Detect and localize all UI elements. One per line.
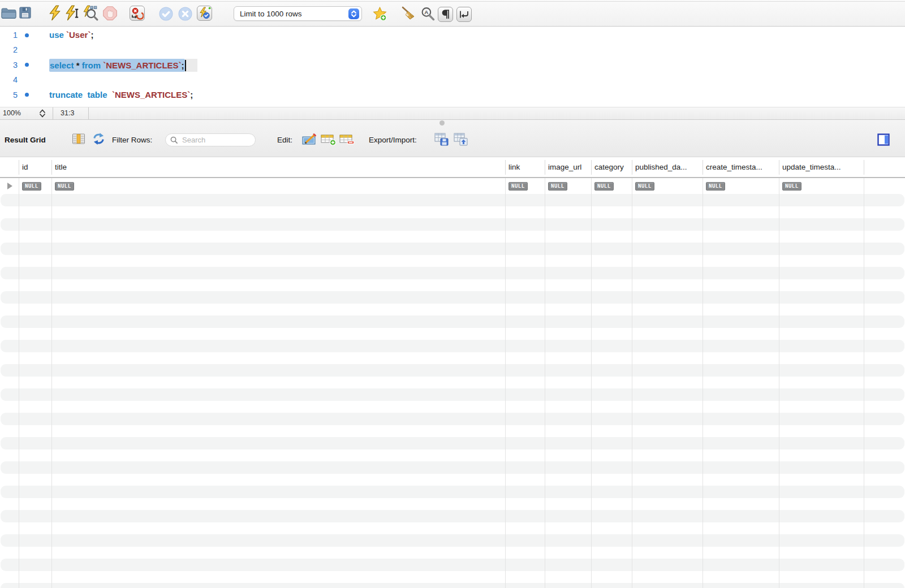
panel-toggle-icon[interactable] bbox=[877, 133, 890, 148]
column-separator[interactable] bbox=[51, 160, 52, 175]
grid-row bbox=[1, 559, 904, 571]
rollback-icon[interactable] bbox=[178, 7, 192, 23]
column-separator[interactable] bbox=[632, 160, 632, 175]
export-recordset-icon[interactable] bbox=[434, 132, 449, 149]
grid-column-line bbox=[632, 178, 632, 588]
grid-row bbox=[1, 377, 904, 389]
editor-line: 1use `User`; bbox=[0, 28, 905, 42]
result-grid-title: Result Grid bbox=[5, 135, 46, 146]
search-input[interactable] bbox=[181, 135, 245, 145]
grid-row bbox=[1, 571, 904, 583]
null-value-badge[interactable]: NULL bbox=[548, 182, 567, 191]
limit-rows-dropdown[interactable]: Limit to 1000 rows bbox=[234, 6, 362, 21]
filter-search-field[interactable] bbox=[165, 133, 256, 146]
grid-row bbox=[1, 388, 904, 401]
code-token: truncate bbox=[49, 90, 83, 100]
code-token: use bbox=[49, 30, 64, 40]
grid-column-line bbox=[591, 178, 592, 588]
zoom-level: 100% bbox=[3, 107, 21, 119]
save-icon[interactable] bbox=[19, 6, 32, 21]
grid-row-new[interactable]: NULLNULLNULLNULLNULLNULLNULLNULL bbox=[0, 178, 905, 194]
execute-current-icon[interactable] bbox=[64, 5, 80, 23]
column-separator[interactable] bbox=[591, 160, 592, 175]
code-text: truncate table `NEWS_ARTICLES`; bbox=[49, 88, 193, 102]
explain-plan-icon[interactable] bbox=[83, 5, 98, 23]
add-favorite-icon[interactable] bbox=[372, 7, 387, 24]
stop-icon[interactable] bbox=[102, 6, 118, 23]
editor-line: 2 bbox=[0, 42, 905, 57]
code-token: select bbox=[50, 60, 74, 70]
toggle-stop-on-error-icon[interactable] bbox=[130, 6, 145, 21]
grid-row bbox=[1, 486, 904, 498]
line-number: 4 bbox=[0, 72, 18, 87]
find-icon[interactable]: A bbox=[421, 7, 435, 23]
column-header-create_timesta[interactable]: create_timesta... bbox=[706, 157, 778, 177]
main-toolbar: Limit to 1000 rows A bbox=[0, 0, 905, 27]
grid-row bbox=[1, 498, 904, 511]
column-separator[interactable] bbox=[19, 160, 19, 175]
column-header-published_da[interactable]: published_da... bbox=[635, 157, 701, 177]
grid-row bbox=[1, 315, 904, 328]
splitter-handle[interactable] bbox=[439, 120, 445, 126]
open-file-icon[interactable] bbox=[1, 7, 16, 21]
grid-columns-icon[interactable] bbox=[72, 133, 85, 147]
grid-row bbox=[1, 291, 904, 304]
commit-icon[interactable] bbox=[159, 7, 173, 23]
show-invisibles-icon[interactable] bbox=[438, 7, 453, 22]
grid-row bbox=[1, 340, 904, 352]
null-value-badge[interactable]: NULL bbox=[635, 182, 654, 191]
column-header-category[interactable]: category bbox=[594, 157, 631, 177]
zoom-stepper-icon[interactable] bbox=[38, 108, 46, 120]
line-number: 5 bbox=[0, 88, 18, 102]
statement-marker-dot bbox=[25, 33, 29, 37]
text-caret bbox=[185, 60, 186, 71]
null-value-badge[interactable]: NULL bbox=[55, 182, 74, 191]
column-separator[interactable] bbox=[864, 160, 864, 175]
row-selector-arrow-icon[interactable] bbox=[7, 183, 12, 189]
statement-marker-dot bbox=[25, 63, 29, 67]
grid-row bbox=[1, 449, 904, 462]
null-value-badge[interactable]: NULL bbox=[706, 182, 725, 191]
column-header-link[interactable]: link bbox=[508, 157, 544, 177]
column-header-id[interactable]: id bbox=[22, 157, 50, 177]
code-text: use `User`; bbox=[49, 28, 93, 42]
column-header-title[interactable]: title bbox=[55, 157, 504, 177]
grid-row bbox=[1, 304, 904, 316]
column-separator[interactable] bbox=[703, 160, 703, 175]
editor-line: 5truncate table `NEWS_ARTICLES`; bbox=[0, 88, 905, 102]
current-line-highlight bbox=[185, 59, 197, 72]
code-token: ; bbox=[182, 60, 184, 70]
sql-editor[interactable]: 1use `User`;23select * from `NEWS_ARTICL… bbox=[0, 27, 905, 107]
toggle-wrap-icon[interactable] bbox=[456, 7, 472, 22]
toggle-autocommit-icon[interactable] bbox=[197, 6, 212, 21]
add-row-icon[interactable] bbox=[321, 133, 337, 148]
import-records-icon[interactable] bbox=[454, 132, 468, 149]
null-value-badge[interactable]: NULL bbox=[594, 182, 614, 191]
execute-icon[interactable] bbox=[48, 5, 62, 23]
line-number: 2 bbox=[0, 42, 18, 57]
code-token bbox=[83, 90, 87, 100]
null-value-badge[interactable]: NULL bbox=[508, 182, 528, 191]
column-separator[interactable] bbox=[505, 160, 506, 175]
refresh-icon[interactable] bbox=[92, 132, 105, 148]
delete-row-icon[interactable] bbox=[339, 133, 355, 148]
grid-body[interactable]: NULLNULLNULLNULLNULLNULLNULLNULL bbox=[0, 178, 905, 588]
grid-row bbox=[1, 352, 904, 365]
null-value-badge[interactable]: NULL bbox=[22, 182, 41, 191]
column-header-image_url[interactable]: image_url bbox=[548, 157, 590, 177]
column-header-update_timesta[interactable]: update_timesta... bbox=[782, 157, 863, 177]
svg-text:A: A bbox=[424, 9, 428, 15]
grid-row bbox=[1, 401, 904, 413]
grid-row bbox=[1, 243, 904, 255]
null-value-badge[interactable]: NULL bbox=[782, 182, 801, 191]
edit-record-icon[interactable] bbox=[301, 133, 318, 148]
limit-rows-value: Limit to 1000 rows bbox=[234, 10, 348, 18]
column-separator[interactable] bbox=[545, 160, 545, 175]
beautify-icon[interactable] bbox=[400, 6, 416, 23]
line-number: 3 bbox=[0, 58, 18, 72]
code-token: ; bbox=[190, 90, 193, 100]
grid-row bbox=[1, 279, 904, 292]
search-icon bbox=[170, 136, 178, 144]
grid-column-line bbox=[19, 178, 19, 588]
column-separator[interactable] bbox=[779, 160, 779, 175]
